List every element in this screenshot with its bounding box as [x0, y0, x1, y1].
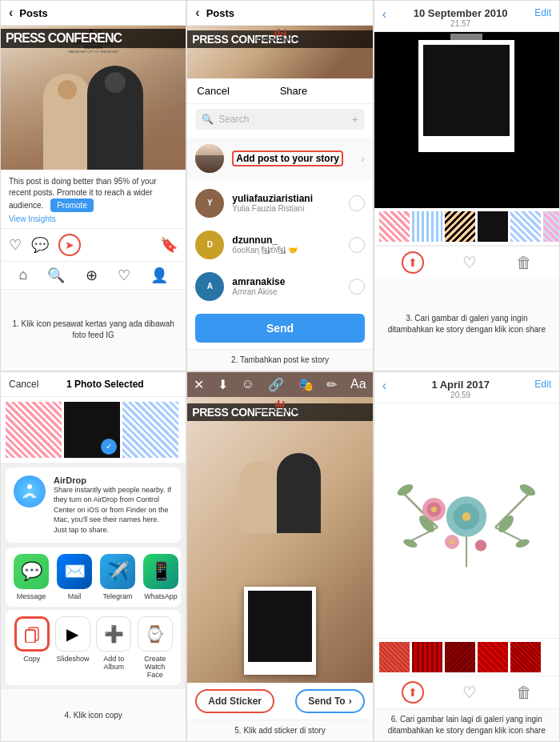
bookmark-icon[interactable]: 🔖 — [160, 236, 178, 254]
panel3-back-arrow-icon[interactable]: ‹ — [382, 7, 386, 22]
panel-3: ‹ 10 September 2010 21.57 Edit ⬆ ♡ 🗑 3. … — [374, 0, 560, 371]
send-to-chevron-icon: › — [349, 696, 352, 707]
panel6-thumb-3[interactable] — [445, 642, 475, 672]
panel2-title: Posts — [206, 7, 234, 19]
panel6-thumb-5[interactable] — [510, 642, 541, 672]
profile-icon[interactable]: 👤 — [150, 267, 168, 284]
panel1-title: Posts — [19, 7, 47, 19]
contact2-radio[interactable] — [349, 237, 365, 253]
airdrop-text-area: AirDrop Share instantly with people near… — [54, 475, 173, 535]
panel6-share-icon-circle[interactable]: ⬆ — [402, 681, 424, 704]
story-chevron-icon: › — [361, 152, 365, 165]
text-tool-icon[interactable]: Aa — [350, 377, 366, 391]
heart-nav-icon[interactable]: ♡ — [118, 267, 130, 284]
action-icons-row: ♡ 💬 ➤ 🔖 — [1, 228, 186, 261]
panel2-post-image: SUMMARECON MUTIARA PRESS CONFERENC — [187, 26, 372, 78]
panel6-heart-icon[interactable]: ♡ — [462, 683, 477, 702]
thumb-3[interactable] — [445, 211, 475, 242]
mail-app-label: Mail — [68, 592, 82, 600]
promote-button[interactable]: Promote — [50, 199, 94, 212]
close-tool-icon[interactable]: ✕ — [194, 377, 204, 392]
panel6-edit-button[interactable]: Edit — [534, 379, 551, 390]
panel-6: ‹ 1 April 2017 20.59 Edit — [374, 371, 560, 743]
download-tool-icon[interactable]: ⬇ — [218, 377, 228, 392]
thumb-5[interactable] — [510, 211, 541, 242]
home-icon[interactable]: ⌂ — [19, 267, 28, 284]
panel2-back-arrow-icon[interactable]: ‹ — [195, 6, 199, 20]
panel1-header: ‹ Posts — [1, 1, 186, 26]
send-button[interactable]: Send — [195, 314, 364, 343]
watch-face-action[interactable]: ⌚ Create Watch Face — [137, 616, 173, 679]
panel-5: ✕ ⬇ ☺ 🔗 🎭 ✏ Aa SUMMARECON MUTIARA PRESS … — [186, 371, 373, 743]
panel6-thumb-4[interactable] — [478, 642, 508, 672]
add-story-label: Add post to your story — [232, 153, 361, 164]
add-sticker-button[interactable]: Add Sticker — [195, 689, 274, 713]
share-icon-circle[interactable]: ⬆ — [402, 251, 424, 274]
panel6-back-arrow-icon[interactable]: ‹ — [382, 379, 386, 393]
panel3-edit-button[interactable]: Edit — [534, 7, 551, 18]
cancel-label[interactable]: Cancel — [197, 85, 229, 97]
back-arrow-icon[interactable]: ‹ — [9, 6, 13, 20]
link-tool-icon[interactable]: 🔗 — [268, 377, 284, 392]
copy-action[interactable]: Copy — [14, 616, 50, 679]
thumb-1[interactable] — [379, 211, 410, 242]
photo-thumb-1[interactable] — [6, 402, 62, 458]
view-insights-link[interactable]: View Insights — [9, 214, 178, 225]
panel6-trash-icon[interactable]: 🗑 — [516, 684, 532, 702]
panel6-description: 6. Cari gambar lain lagi di galeri yang … — [374, 708, 559, 741]
panel6-thumb-1[interactable] — [379, 642, 410, 672]
send-to-button[interactable]: Send To › — [295, 689, 364, 713]
mail-app[interactable]: ✉️ Mail — [57, 554, 92, 600]
contact2-handle: бооКаη ꧅ꦩ꦳꧅ 🤝 — [232, 246, 348, 255]
search-bar[interactable]: 🔍 Search + — [195, 109, 364, 130]
send-to-label: Send To — [308, 696, 345, 707]
thumb-2[interactable] — [412, 211, 442, 242]
photo-thumb-3[interactable] — [122, 402, 178, 458]
thumb-6[interactable] — [543, 211, 560, 242]
whatsapp-app-icon: 📱 — [143, 554, 178, 589]
panel1-description: 1. Klik icon pesawat kertas yang ada dib… — [1, 289, 186, 371]
svg-point-13 — [475, 540, 486, 551]
polaroid-frame — [418, 40, 514, 152]
thumbnails-row — [374, 208, 559, 246]
heart-icon[interactable]: ♡ — [9, 236, 22, 254]
search-nav-icon[interactable]: 🔍 — [47, 267, 65, 284]
add-icon[interactable]: ⊕ — [86, 267, 98, 284]
photo-thumb-2[interactable]: ✓ — [64, 402, 120, 458]
contact3-item[interactable]: A amranakise Amran Akise — [187, 266, 372, 307]
action-icons-row: Copy ▶ Slideshow ➕ Add to Album ⌚ Create… — [6, 610, 181, 685]
contact1-name: yuliafauziaristiani — [232, 193, 348, 204]
panel6-thumb-2[interactable] — [412, 642, 442, 672]
story-polaroid-frame — [244, 587, 316, 675]
whatsapp-app[interactable]: 📱 WhatsApp — [143, 554, 178, 600]
panel4-top-bar: Cancel 1 Photo Selected x — [1, 372, 186, 397]
panel3-heart-icon[interactable]: ♡ — [462, 253, 477, 272]
watch-face-icon-box: ⌚ — [138, 616, 173, 652]
panel4-cancel-button[interactable]: Cancel — [9, 379, 38, 390]
thumb-4[interactable] — [478, 211, 508, 242]
airdrop-title: AirDrop — [54, 475, 173, 485]
contact3-radio[interactable] — [349, 279, 365, 295]
emoji-tool-icon[interactable]: ☺ — [242, 377, 254, 391]
svg-point-0 — [27, 484, 32, 489]
telegram-app[interactable]: ✈️ Telegram — [100, 554, 135, 600]
contact2-item[interactable]: D dzunnun_ бооКаη ꧅ꦩ꦳꧅ 🤝 — [187, 224, 372, 266]
panel6-action-row: ⬆ ♡ 🗑 — [374, 676, 559, 708]
contact1-radio[interactable] — [349, 195, 365, 211]
contact1-item[interactable]: Y yuliafauziaristiani Yulia Fauzia Risti… — [187, 182, 372, 224]
add-story-item[interactable]: Add post to your story › — [187, 138, 372, 179]
slideshow-action[interactable]: ▶ Slideshow — [54, 616, 90, 679]
search-placeholder[interactable]: Search — [218, 114, 346, 125]
gif-tool-icon[interactable]: 🎭 — [298, 377, 314, 392]
panel3-trash-icon[interactable]: 🗑 — [516, 254, 532, 272]
panel6-time: 20.59 — [431, 391, 490, 399]
add-to-album-action[interactable]: ➕ Add to Album — [96, 616, 132, 679]
story-canvas: SUMMARECON MUTIARA PRESS CONFERENC — [187, 397, 372, 684]
telegram-app-label: Telegram — [102, 592, 132, 600]
share-paper-plane-icon[interactable]: ➤ — [58, 234, 81, 256]
pencil-tool-icon[interactable]: ✏ — [326, 377, 337, 392]
post-image: SUMMARECON MUTIARA MAKASSAR CITY OF MAKA… — [1, 26, 186, 170]
message-app[interactable]: 💬 Message — [14, 554, 49, 600]
comment-icon[interactable]: 💬 — [31, 236, 49, 254]
panel-1: ‹ Posts SUMMARECON MUTIARA MAKASSAR CITY… — [0, 0, 186, 371]
